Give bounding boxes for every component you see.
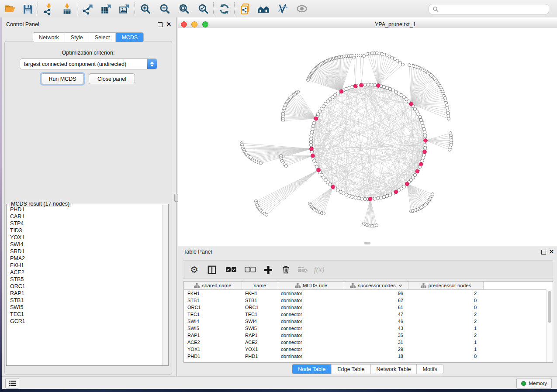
cell-predecessor-nodes[interactable]: 1	[407, 347, 481, 352]
column-header-predecessor-nodes[interactable]: predecessor nodes	[408, 282, 484, 289]
select-all-icon[interactable]	[225, 264, 237, 275]
mcds-node-item[interactable]: RAP1	[7, 290, 162, 297]
network-window-titlebar[interactable]: YPA_prune.txt_1	[178, 20, 557, 29]
mcds-node-item[interactable]: SRD1	[7, 248, 162, 255]
mcds-node-item[interactable]: ORC1	[7, 283, 162, 290]
table-row-SWI4[interactable]: SWI4SWI4dominator462	[184, 318, 553, 325]
table-row-TEC1[interactable]: TEC1TEC1connector472	[184, 311, 553, 318]
table-row-FKH1[interactable]: FKH1FKH1dominator962	[184, 290, 553, 297]
network-hscroll-thumb[interactable]	[364, 242, 370, 244]
mcds-node-item[interactable]: PMA2	[7, 255, 162, 262]
export-image-icon[interactable]	[118, 2, 131, 15]
function-builder-icon[interactable]: f(x)	[314, 264, 325, 275]
float-panel-icon[interactable]	[158, 22, 163, 27]
cell-name[interactable]: TEC1	[242, 312, 277, 317]
maximize-window-icon[interactable]	[202, 21, 208, 28]
tab-edge-table[interactable]: Edge Table	[331, 364, 370, 374]
tab-mcds[interactable]: MCDS	[115, 33, 143, 42]
table-row-YOX1[interactable]: YOX1YOX1connector291	[184, 346, 553, 353]
cell-predecessor-nodes[interactable]: 2	[407, 312, 481, 317]
create-column-icon[interactable]	[264, 264, 273, 275]
cell-successor-nodes[interactable]: 31	[343, 340, 407, 345]
optimization-criterion-select[interactable]: largest connected component (undirected)	[20, 58, 157, 69]
cell-predecessor-nodes[interactable]: 1	[407, 340, 481, 345]
cell-successor-nodes[interactable]: 29	[343, 347, 407, 352]
mcds-node-item[interactable]: YOX1	[7, 234, 162, 241]
zoom-fit-icon[interactable]	[177, 2, 190, 15]
cell-name[interactable]: FKH1	[242, 291, 277, 296]
mcds-node-item[interactable]: TEC1	[7, 311, 162, 318]
cell-MCDS-role[interactable]: dominator	[277, 291, 343, 296]
export-network-icon[interactable]	[81, 2, 94, 15]
search-field[interactable]	[429, 4, 549, 14]
cell-successor-nodes[interactable]: 62	[343, 298, 407, 303]
cell-predecessor-nodes[interactable]: 2	[407, 291, 481, 296]
cell-predecessor-nodes[interactable]: 0	[407, 298, 481, 303]
cell-name[interactable]: SWI5	[242, 326, 277, 331]
open-session-icon[interactable]	[3, 2, 17, 15]
mcds-node-item[interactable]: STP4	[7, 220, 162, 227]
mcds-list-scrollbar[interactable]	[162, 205, 168, 365]
graphics-details-on-icon[interactable]	[295, 2, 308, 15]
table-scrollbar[interactable]	[546, 289, 553, 362]
cell-shared-name[interactable]: SWI5	[184, 326, 242, 331]
cell-successor-nodes[interactable]: 46	[343, 319, 407, 324]
cell-MCDS-role[interactable]: connector	[277, 326, 343, 331]
column-header-successor-nodes[interactable]: successor nodes	[344, 282, 408, 289]
cell-predecessor-nodes[interactable]: 1	[407, 326, 481, 331]
table-row-ORC1[interactable]: ORC1ORC1dominator610	[184, 304, 553, 311]
mcds-node-item[interactable]: SWI5	[7, 304, 162, 311]
memory-button[interactable]: Memory	[516, 378, 552, 389]
tab-network[interactable]: Network	[33, 33, 65, 42]
cell-MCDS-role[interactable]: dominator	[277, 354, 343, 359]
table-row-ACE2[interactable]: ACE2ACE2connector311	[184, 339, 553, 346]
cell-shared-name[interactable]: FKH1	[184, 291, 242, 296]
table-scrollbar-thumb[interactable]	[548, 291, 551, 323]
cell-MCDS-role[interactable]: dominator	[277, 298, 343, 303]
search-input[interactable]	[440, 6, 549, 13]
deselect-all-icon[interactable]	[245, 264, 256, 275]
tab-motifs[interactable]: Motifs	[416, 364, 443, 374]
network-from-selection-icon[interactable]	[239, 2, 252, 15]
cell-name[interactable]: ACE2	[242, 340, 277, 345]
panel-divider-grip[interactable]	[174, 194, 178, 202]
cell-MCDS-role[interactable]: connector	[277, 340, 343, 345]
delete-columns-icon[interactable]	[281, 264, 291, 275]
cell-MCDS-role[interactable]: dominator	[277, 305, 343, 310]
close-panel-icon[interactable]: ✕	[166, 22, 171, 26]
mcds-node-item[interactable]: GCR1	[7, 318, 162, 325]
cell-successor-nodes[interactable]: 61	[343, 305, 407, 310]
cell-name[interactable]: STB1	[242, 298, 277, 303]
apply-layout-icon[interactable]	[218, 2, 231, 15]
mcds-node-item[interactable]: ACE2	[7, 269, 162, 276]
cell-name[interactable]: RAP1	[242, 333, 277, 338]
cell-predecessor-nodes[interactable]: 2	[407, 319, 481, 324]
table-row-STB1[interactable]: STB1STB1dominator620	[184, 297, 553, 304]
column-header-shared-name[interactable]: shared name	[184, 282, 242, 289]
zoom-in-icon[interactable]	[139, 2, 152, 15]
cell-successor-nodes[interactable]: 47	[343, 312, 407, 317]
tab-style[interactable]: Style	[65, 33, 89, 42]
mcds-node-item[interactable]: STB1	[7, 297, 162, 304]
cell-MCDS-role[interactable]: dominator	[277, 319, 343, 324]
table-row-SWI5[interactable]: SWI5SWI5connector431	[184, 325, 553, 332]
close-window-icon[interactable]	[181, 21, 187, 28]
table-mode-gear-icon[interactable]: ⚙	[190, 264, 198, 275]
mcds-node-item[interactable]: FKH1	[7, 262, 162, 269]
run-mcds-button[interactable]: Run MCDS	[41, 73, 84, 84]
cell-name[interactable]: YOX1	[242, 347, 277, 352]
cell-shared-name[interactable]: ORC1	[184, 305, 242, 310]
mcds-node-item[interactable]: STB5	[7, 276, 162, 283]
mcds-node-item[interactable]: PHD1	[7, 206, 162, 213]
cell-MCDS-role[interactable]: connector	[277, 312, 343, 317]
cell-shared-name[interactable]: RAP1	[184, 333, 242, 338]
cell-MCDS-role[interactable]: dominator	[277, 333, 343, 338]
show-columns-icon[interactable]	[207, 264, 217, 275]
column-header-MCDS-role[interactable]: MCDS role	[278, 282, 344, 289]
table-row-RAP1[interactable]: RAP1RAP1dominator352	[184, 332, 553, 339]
cell-shared-name[interactable]: ACE2	[184, 340, 242, 345]
cell-predecessor-nodes[interactable]: 2	[407, 333, 481, 338]
save-session-icon[interactable]	[21, 2, 34, 15]
minimize-window-icon[interactable]	[191, 21, 197, 28]
column-header-name[interactable]: name	[242, 282, 278, 289]
